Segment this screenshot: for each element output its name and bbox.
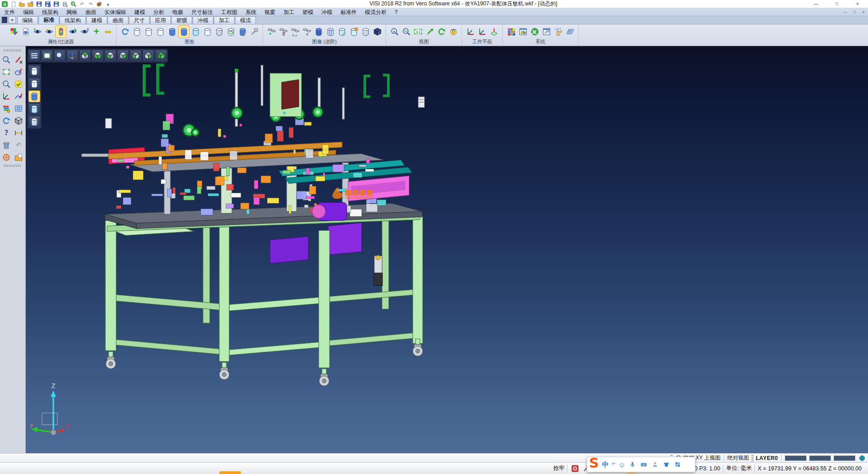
refresh-blue-icon[interactable] xyxy=(119,25,131,38)
shade-hatch-icon[interactable] xyxy=(28,116,40,128)
toolbar-grip[interactable] xyxy=(4,49,22,52)
zoom-dynamic-icon[interactable] xyxy=(54,50,66,62)
grid-pad-icon[interactable] xyxy=(13,103,24,114)
redo-icon[interactable]: ↷ xyxy=(87,0,94,8)
qa-dropdown-icon[interactable]: ▼ xyxy=(104,0,112,8)
cyl-outline-icon[interactable] xyxy=(131,25,142,38)
tab-线架构[interactable]: 线架构 xyxy=(60,16,86,24)
view-top-icon[interactable] xyxy=(79,50,91,62)
globe-icon[interactable] xyxy=(858,454,866,462)
zoom-pm-icon[interactable]: ± xyxy=(389,25,400,38)
filter-minus-icon[interactable] xyxy=(102,25,113,38)
menu-尺寸标注[interactable]: 尺寸标注 xyxy=(187,8,217,16)
fly-view-icon[interactable] xyxy=(1,54,12,65)
tab-加工[interactable]: 加工 xyxy=(214,16,235,24)
machine-3d-model[interactable]: Z Y X xyxy=(26,46,868,453)
save-sync-icon[interactable] xyxy=(52,0,60,8)
layer-color-swatch[interactable] xyxy=(785,455,807,461)
tab-dropdown-button[interactable]: ▼ xyxy=(9,16,16,24)
open-doc-icon[interactable] xyxy=(13,152,24,163)
tab-模流[interactable]: 模流 xyxy=(235,16,256,24)
ime-language-toggle[interactable]: 中 xyxy=(602,460,609,469)
cyl-outline-icon[interactable] xyxy=(155,25,166,38)
mdi-restore-button[interactable]: □ xyxy=(850,10,859,14)
menu-文件[interactable]: 文件 xyxy=(0,8,19,16)
minimize-button[interactable]: — xyxy=(806,0,826,8)
cyl-stripe-icon[interactable] xyxy=(325,25,336,38)
attr-brush-icon[interactable] xyxy=(8,25,19,38)
refresh-green-icon[interactable] xyxy=(436,25,447,38)
new-file-icon[interactable] xyxy=(9,0,17,8)
session-icon[interactable] xyxy=(95,0,103,8)
window-tools-icon[interactable] xyxy=(541,25,552,38)
ime-punctuation-toggle[interactable]: °’ xyxy=(612,462,615,467)
tab-冲模[interactable]: 冲模 xyxy=(193,16,213,24)
lock-toggle-label[interactable]: 拴牢 xyxy=(553,465,564,472)
cyl-cyan-icon[interactable] xyxy=(190,25,201,38)
menu-分析[interactable]: 分析 xyxy=(149,8,168,16)
erase-sketch-icon[interactable] xyxy=(13,54,24,65)
cyl-tag-icon[interactable] xyxy=(348,25,359,38)
tab-标准[interactable]: 标准 xyxy=(38,16,59,24)
report-window-icon[interactable] xyxy=(517,25,528,38)
zoom-cube-icon[interactable] xyxy=(1,78,12,90)
close-button[interactable]: × xyxy=(847,0,868,8)
viewport-3d[interactable]: Z Y X xyxy=(26,46,868,453)
menu-网格[interactable]: 网格 xyxy=(62,8,81,16)
arrow-diag-icon[interactable] xyxy=(424,25,435,38)
preview-icon[interactable] xyxy=(70,0,77,8)
menu-线架构[interactable]: 线架构 xyxy=(38,8,62,16)
delete-trash-icon[interactable] xyxy=(1,139,12,151)
skin-icon[interactable] xyxy=(662,460,670,469)
cube-gray-icon[interactable] xyxy=(13,115,24,126)
menu-实体编辑[interactable]: 实体编辑 xyxy=(100,8,130,16)
mdi-minimize-button[interactable]: — xyxy=(841,10,850,14)
person-icon[interactable] xyxy=(651,460,659,469)
curve-sketch-icon[interactable] xyxy=(13,90,24,102)
cyl-outline-icon[interactable] xyxy=(143,25,154,38)
help-what-icon[interactable]: ? xyxy=(1,127,12,138)
menu-视窗[interactable]: 视窗 xyxy=(260,8,279,16)
cyl-blue-arrow-icon[interactable] xyxy=(237,25,248,38)
cyl-navy-icon[interactable] xyxy=(313,25,324,38)
maximize-button[interactable]: □ xyxy=(826,0,847,8)
eye-plusminus-icon[interactable]: ± xyxy=(79,25,90,38)
view-left-icon[interactable] xyxy=(104,50,116,62)
shade-solid-icon[interactable] xyxy=(28,90,40,102)
view-back-icon[interactable] xyxy=(130,50,142,62)
shade-wire-icon[interactable] xyxy=(28,65,40,77)
hand-snap-icon[interactable] xyxy=(552,25,564,38)
tab-塑膜[interactable]: 塑膜 xyxy=(171,16,192,24)
menu-标准件[interactable]: 标准件 xyxy=(336,8,361,16)
mdi-close-button[interactable]: × xyxy=(859,10,868,14)
cyl-recycle-icon[interactable] xyxy=(225,25,236,38)
cpl-axes-icon[interactable] xyxy=(465,25,476,38)
confirm-ok-icon[interactable] xyxy=(13,78,24,90)
cpl-triad-icon[interactable] xyxy=(1,90,12,102)
layer-books-icon[interactable] xyxy=(1,103,12,114)
open-part-icon[interactable] xyxy=(27,0,34,8)
view-iso-icon[interactable] xyxy=(155,50,167,62)
tab-应用[interactable]: 应用 xyxy=(150,16,171,24)
menu-建模[interactable]: 建模 xyxy=(130,8,149,16)
mic-icon[interactable] xyxy=(628,460,637,469)
color-grid-icon[interactable] xyxy=(505,25,517,38)
cyl-outline-icon[interactable] xyxy=(202,25,213,38)
menu-模流分析[interactable]: 模流分析 xyxy=(361,8,391,16)
filter-plus-icon[interactable]: + xyxy=(90,25,102,38)
menu-加工[interactable]: 加工 xyxy=(279,8,298,16)
eye-add-icon[interactable]: + xyxy=(32,25,43,38)
shade-hline-icon[interactable] xyxy=(28,78,40,90)
absolute-view-label[interactable]: 绝对视图 xyxy=(727,454,749,462)
layer-color-swatch[interactable] xyxy=(809,455,831,461)
menu-电极[interactable]: 电极 xyxy=(168,8,187,16)
measure-icon[interactable] xyxy=(13,127,24,138)
save-icon[interactable] xyxy=(35,0,43,8)
view-right-icon[interactable] xyxy=(117,50,129,62)
cubes-refresh-icon[interactable] xyxy=(289,25,301,38)
sogou-logo-icon[interactable]: S xyxy=(589,457,599,469)
tab-建模[interactable]: 建模 xyxy=(86,16,107,24)
page-eye-icon[interactable] xyxy=(20,25,31,38)
cyl-blue-icon[interactable] xyxy=(178,25,189,38)
layer-color-swatch[interactable] xyxy=(834,455,855,461)
